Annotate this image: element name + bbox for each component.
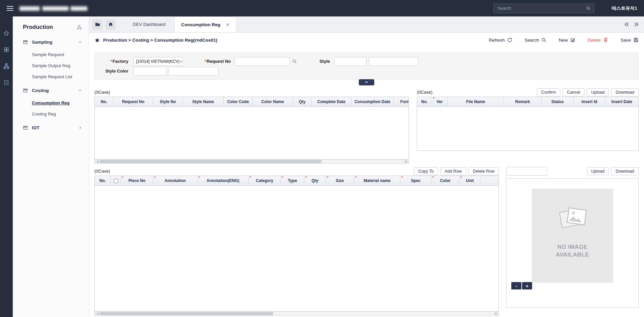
collapse-filter-button[interactable] bbox=[359, 79, 374, 85]
horizontal-scrollbar[interactable] bbox=[94, 160, 409, 164]
tasks-icon[interactable] bbox=[3, 80, 9, 86]
style-color-input-1[interactable] bbox=[133, 67, 167, 76]
column-header[interactable]: *Type bbox=[281, 176, 304, 185]
column-header[interactable]: Status bbox=[542, 97, 574, 106]
sidebar-item-sample-request-list[interactable]: Sample Request List bbox=[13, 71, 89, 82]
close-icon[interactable] bbox=[226, 23, 229, 27]
column-header[interactable]: *Unit bbox=[460, 176, 480, 185]
folder-icon[interactable] bbox=[92, 19, 102, 30]
column-header[interactable]: Complete Date bbox=[312, 97, 351, 106]
scroll-right-button[interactable] bbox=[493, 312, 499, 316]
column-header[interactable]: Remark bbox=[504, 97, 542, 106]
scrollbar-thumb[interactable] bbox=[100, 160, 321, 163]
upload-button[interactable]: Upload bbox=[587, 88, 609, 96]
select-all-checkbox[interactable] bbox=[114, 179, 118, 183]
sidebar-section-iot[interactable]: IOT bbox=[13, 122, 89, 134]
column-header[interactable]: *Category bbox=[249, 176, 281, 185]
scroll-left-button[interactable] bbox=[95, 160, 100, 164]
horizontal-scrollbar[interactable] bbox=[94, 312, 499, 316]
apps-grid-icon[interactable] bbox=[3, 47, 9, 53]
column-header[interactable]: *Spec bbox=[400, 176, 431, 185]
scrollbar-track[interactable] bbox=[100, 160, 403, 164]
scrollbar-track[interactable] bbox=[100, 312, 493, 316]
home-icon[interactable] bbox=[105, 19, 116, 30]
chevron-up-icon[interactable] bbox=[78, 89, 82, 92]
column-header[interactable]: Insert Id bbox=[574, 97, 605, 106]
sidebar-item-sample-request[interactable]: Sample Request bbox=[13, 49, 89, 60]
column-header[interactable]: Style No bbox=[153, 97, 183, 106]
sidebar-section-sampling[interactable]: Sampling bbox=[13, 36, 89, 48]
style-color-input-2[interactable] bbox=[169, 67, 218, 76]
sidebar-item-costing-reg[interactable]: Costing Reg bbox=[13, 108, 89, 120]
search-button[interactable]: Search bbox=[524, 37, 547, 43]
column-header[interactable]: *Piece No bbox=[121, 176, 153, 185]
column-header[interactable]: *Color bbox=[431, 176, 460, 185]
image-preview-panel[interactable]: NO IMAGE AVAILABLE - + bbox=[506, 178, 639, 308]
menu-icon[interactable] bbox=[7, 6, 13, 11]
search-icon[interactable] bbox=[586, 6, 591, 11]
cancel-button[interactable]: Cancel bbox=[563, 88, 585, 96]
sidebar-item-consumption-reg[interactable]: Consumption Reg bbox=[13, 97, 89, 108]
sidebar-section-costing[interactable]: Costing bbox=[13, 84, 89, 97]
column-header[interactable]: Form bbox=[394, 97, 409, 106]
confirm-button[interactable]: Confirm bbox=[537, 88, 560, 96]
column-header[interactable]: No. bbox=[417, 97, 432, 106]
column-header[interactable]: Qty bbox=[293, 97, 312, 106]
scrollbar-thumb[interactable] bbox=[100, 312, 273, 315]
request-no-input[interactable] bbox=[234, 57, 290, 66]
column-header[interactable]: *Annotation bbox=[153, 176, 198, 185]
column-header[interactable]: File Name bbox=[447, 97, 504, 106]
column-header[interactable]: *Annotation(ENG) bbox=[198, 176, 249, 185]
chevron-up-icon[interactable] bbox=[78, 40, 82, 44]
factory-select[interactable]: [10014] VIETNAM(KCV) bbox=[133, 57, 183, 66]
request-grid-body[interactable] bbox=[95, 107, 409, 159]
column-header[interactable]: Insert Date bbox=[605, 97, 638, 106]
column-header[interactable]: No. bbox=[95, 97, 114, 106]
style-input-1[interactable] bbox=[334, 57, 367, 66]
column-header[interactable]: *Ver bbox=[432, 97, 447, 106]
sidebar-item-sample-output-reg[interactable]: Sample Output Reg bbox=[13, 60, 89, 71]
add-row-button[interactable]: Add Row bbox=[440, 167, 466, 175]
file-grid-body[interactable] bbox=[417, 107, 638, 150]
app-logo[interactable] bbox=[19, 5, 88, 12]
download-button[interactable]: Download bbox=[611, 88, 639, 96]
chevron-right-icon[interactable] bbox=[78, 126, 82, 130]
delete-row-button[interactable]: Delete Row bbox=[468, 167, 499, 175]
save-button[interactable]: Save bbox=[620, 37, 639, 43]
column-header[interactable]: *Qty bbox=[304, 176, 326, 185]
image-filename-input[interactable] bbox=[506, 167, 547, 176]
refresh-button[interactable]: Refresh bbox=[489, 37, 512, 43]
global-search[interactable] bbox=[493, 4, 594, 13]
scroll-tabs-right-icon[interactable] bbox=[634, 21, 639, 27]
tab-consumption-reg[interactable]: Consumption Reg bbox=[174, 16, 237, 32]
style-input-2[interactable] bbox=[369, 57, 418, 66]
copy-to-button[interactable]: Copy To bbox=[414, 167, 438, 175]
column-header[interactable]: *Size bbox=[326, 176, 354, 185]
detail-grid-body[interactable] bbox=[95, 186, 499, 311]
column-header[interactable]: Color Code bbox=[224, 97, 253, 106]
column-header[interactable]: Style Name bbox=[183, 97, 224, 106]
column-header[interactable]: Consumption Date bbox=[351, 97, 394, 106]
column-header[interactable] bbox=[111, 176, 121, 185]
zoom-in-button[interactable]: + bbox=[522, 282, 532, 289]
column-label: File Name bbox=[466, 99, 485, 104]
column-header[interactable]: No. bbox=[95, 176, 111, 185]
lookup-search-icon[interactable] bbox=[292, 59, 297, 64]
delete-button[interactable]: Delete bbox=[588, 37, 608, 43]
scroll-right-button[interactable] bbox=[403, 160, 409, 164]
scroll-tabs-left-icon[interactable] bbox=[624, 21, 630, 27]
column-header[interactable]: Request No bbox=[114, 97, 153, 106]
favorite-star-icon[interactable] bbox=[94, 37, 100, 43]
zoom-out-button[interactable]: - bbox=[511, 282, 521, 289]
new-button[interactable]: New bbox=[559, 37, 575, 43]
global-search-input[interactable] bbox=[497, 5, 586, 11]
image-upload-button[interactable]: Upload bbox=[587, 167, 609, 175]
sitemap-icon[interactable] bbox=[3, 63, 10, 70]
scroll-left-button[interactable] bbox=[95, 312, 100, 316]
tab-dev-dashboard[interactable]: DEV Dashboard bbox=[124, 16, 174, 32]
image-download-button[interactable]: Download bbox=[611, 167, 639, 175]
star-icon[interactable] bbox=[3, 30, 10, 37]
column-header[interactable]: *Material name bbox=[354, 176, 400, 185]
column-header[interactable]: Color Name bbox=[253, 97, 293, 106]
current-user[interactable]: 테스트유저1 bbox=[612, 5, 637, 11]
